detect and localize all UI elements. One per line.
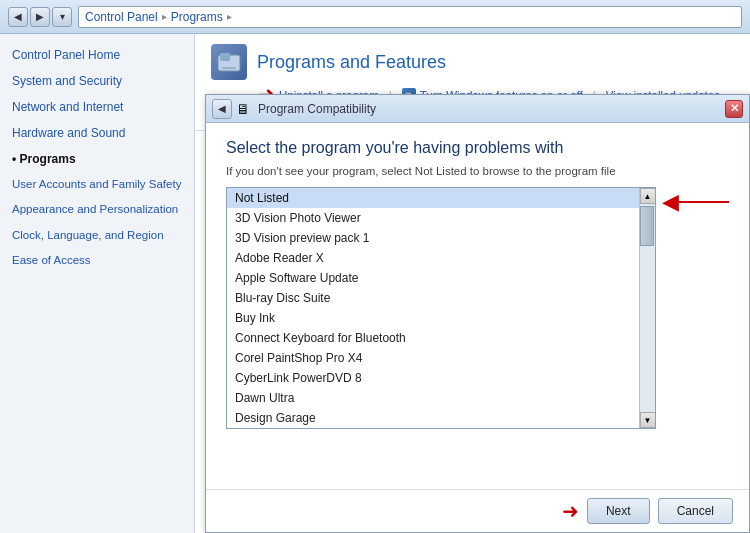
address-bar-container: ◀ ▶ ▾ Control Panel ▸ Programs ▸ bbox=[0, 0, 750, 34]
nav-buttons: ◀ ▶ ▾ bbox=[8, 7, 72, 27]
list-item-corel[interactable]: Corel PaintShop Pro X4 bbox=[227, 348, 639, 368]
list-with-arrow: Not Listed 3D Vision Photo Viewer 3D Vis… bbox=[226, 187, 729, 473]
programs-panel-title: Programs and Features bbox=[257, 52, 446, 73]
dialog-subtext: If you don't see your program, select No… bbox=[226, 165, 729, 177]
dialog-title-bar: ◀ 🖥 Program Compatibility ✕ bbox=[206, 95, 749, 123]
dialog-body: Select the program you're having problem… bbox=[206, 123, 749, 489]
sidebar-item-ease-of-access[interactable]: Ease of Access bbox=[0, 248, 194, 273]
content-area: Programs and Features ➜ Uninstall a prog… bbox=[195, 34, 750, 533]
dialog-close-button[interactable]: ✕ bbox=[725, 100, 743, 118]
address-bar[interactable]: Control Panel ▸ Programs ▸ bbox=[78, 6, 742, 28]
svg-rect-2 bbox=[222, 67, 236, 69]
sidebar-item-appearance[interactable]: Appearance and Personalization bbox=[0, 197, 194, 222]
program-list: Not Listed 3D Vision Photo Viewer 3D Vis… bbox=[226, 187, 656, 429]
list-item-cyberlink[interactable]: CyberLink PowerDVD 8 bbox=[227, 368, 639, 388]
programs-title-row: Programs and Features bbox=[211, 44, 734, 80]
program-list-inner[interactable]: Not Listed 3D Vision Photo Viewer 3D Vis… bbox=[227, 188, 639, 428]
not-listed-arrow: ◀ bbox=[662, 187, 729, 213]
next-button[interactable]: Next bbox=[587, 498, 650, 524]
list-item-bluray[interactable]: Blu-ray Disc Suite bbox=[227, 288, 639, 308]
back-button[interactable]: ◀ bbox=[8, 7, 28, 27]
breadcrumb-sep-2: ▸ bbox=[227, 11, 232, 22]
scroll-thumb[interactable] bbox=[640, 206, 654, 246]
sidebar-item-system-security[interactable]: System and Security bbox=[0, 68, 194, 94]
scroll-track[interactable] bbox=[640, 204, 655, 412]
arrow-next: ➜ bbox=[562, 499, 579, 523]
dialog-title-text: Program Compatibility bbox=[258, 102, 376, 116]
sidebar-item-programs[interactable]: Programs bbox=[0, 146, 194, 172]
scroll-up-btn[interactable]: ▲ bbox=[640, 188, 656, 204]
breadcrumb-programs[interactable]: Programs bbox=[171, 10, 223, 24]
cancel-button[interactable]: Cancel bbox=[658, 498, 733, 524]
dialog-back-btn[interactable]: ◀ bbox=[212, 99, 232, 119]
recent-button[interactable]: ▾ bbox=[52, 7, 72, 27]
arrow-line bbox=[679, 201, 729, 203]
sidebar-item-user-accounts[interactable]: User Accounts and Family Safety bbox=[0, 172, 194, 197]
programs-icon bbox=[211, 44, 247, 80]
sidebar-item-control-panel-home[interactable]: Control Panel Home bbox=[0, 42, 194, 68]
sidebar-item-clock-language[interactable]: Clock, Language, and Region bbox=[0, 223, 194, 248]
list-item-dawn[interactable]: Dawn Ultra bbox=[227, 388, 639, 408]
arrow-not-listed: ◀ bbox=[662, 191, 679, 213]
sidebar: Control Panel Home System and Security N… bbox=[0, 34, 195, 533]
dialog-heading: Select the program you're having problem… bbox=[226, 139, 729, 157]
sidebar-item-hardware-sound[interactable]: Hardware and Sound bbox=[0, 120, 194, 146]
dialog-icon: 🖥 bbox=[236, 101, 250, 117]
list-item-apple[interactable]: Apple Software Update bbox=[227, 268, 639, 288]
program-compatibility-dialog: ◀ 🖥 Program Compatibility ✕ Select the p… bbox=[205, 94, 750, 533]
dialog-footer: ➜ Next Cancel bbox=[206, 489, 749, 532]
list-item-3d-photo[interactable]: 3D Vision Photo Viewer bbox=[227, 208, 639, 228]
breadcrumb-control-panel[interactable]: Control Panel bbox=[85, 10, 158, 24]
svg-rect-1 bbox=[220, 53, 230, 61]
scroll-down-btn[interactable]: ▼ bbox=[640, 412, 656, 428]
list-item-design-garage[interactable]: Design Garage bbox=[227, 408, 639, 428]
list-item-buy-ink[interactable]: Buy Ink bbox=[227, 308, 639, 328]
forward-button[interactable]: ▶ bbox=[30, 7, 50, 27]
list-scrollbar[interactable]: ▲ ▼ bbox=[639, 188, 655, 428]
list-item-not-listed[interactable]: Not Listed bbox=[227, 188, 639, 208]
list-item-adobe[interactable]: Adobe Reader X bbox=[227, 248, 639, 268]
main-container: Control Panel Home System and Security N… bbox=[0, 34, 750, 533]
breadcrumb-sep-1: ▸ bbox=[162, 11, 167, 22]
sidebar-item-network-internet[interactable]: Network and Internet bbox=[0, 94, 194, 120]
list-item-connect-keyboard[interactable]: Connect Keyboard for Bluetooth bbox=[227, 328, 639, 348]
list-item-3d-pack[interactable]: 3D Vision preview pack 1 bbox=[227, 228, 639, 248]
